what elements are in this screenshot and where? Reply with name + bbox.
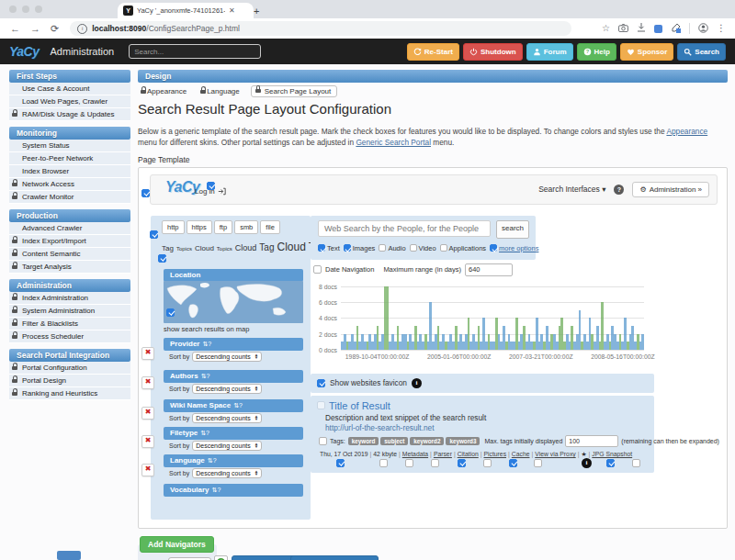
meta-item-citation[interactable]: Citation [458,451,479,457]
colorpicker-extension-icon[interactable] [671,23,681,35]
result-option-checkbox-6[interactable] [509,459,517,467]
meta-item-metadata[interactable]: Metadata [402,451,428,457]
extension-icon[interactable] [654,25,662,33]
browser-menu-icon[interactable]: ⋮ [717,24,726,33]
tag-cloud-word[interactable]: Cloud [195,244,214,252]
search-submit-button[interactable]: search [496,220,529,239]
date-navigation-checkbox[interactable] [313,265,322,274]
result-option-checkbox-1[interactable] [379,459,388,467]
media-checkbox-applications[interactable] [440,244,447,252]
sidebar-item-advanced-crawler[interactable]: Advanced Crawler [9,222,130,235]
location-header[interactable]: Location [164,269,303,282]
camera-icon[interactable] [618,24,628,34]
result-option-checkbox-7[interactable] [534,459,542,467]
browser-tab[interactable]: Y YaCy '_anonxmfe-74101261-14 ✕ [118,3,254,18]
sidebar-item-portal-configuration[interactable]: Portal Configuration [9,362,130,375]
remove-provider-button[interactable]: ✖ [141,347,154,360]
protocols-checkbox[interactable] [150,230,158,239]
back-icon[interactable]: ← [10,23,20,34]
navigator-header-language[interactable]: Language⇅? [164,454,303,467]
search-button[interactable]: Search [677,43,726,61]
sidebar-item-filter-blacklists[interactable]: Filter & Blacklists [9,318,130,330]
meta-item-pictures[interactable]: Pictures [483,451,506,457]
sidebar-item-ram-disk-usage-updates[interactable]: RAM/Disk Usage & Updates [9,108,130,121]
more-options-checkbox[interactable] [490,244,497,252]
navigator-header-authors[interactable]: Authors⇅? [164,370,303,383]
favicon-checkbox[interactable] [317,379,325,387]
administration-menu-button[interactable]: ⚙Administration » [632,182,709,197]
media-checkbox-audio[interactable] [379,244,386,252]
add-navigators-button[interactable]: Add Navigators [140,536,214,553]
tab-appearance[interactable]: Appearance [138,87,187,95]
protocol-button-ftp[interactable]: ftp [214,220,232,234]
result-option-checkbox-3[interactable] [431,459,439,467]
sidebar-item-network-access[interactable]: Network Access [9,178,130,191]
sidebar-item-process-scheduler[interactable]: Process Scheduler [9,330,130,343]
result-option-checkbox-9[interactable] [632,459,640,467]
set-default-values-button[interactable]: Set Default Values [290,555,379,560]
window-close-icon[interactable] [9,6,17,13]
sidebar-item-index-export-import[interactable]: Index Export/Import [9,235,130,248]
window-minimize-icon[interactable] [22,6,29,13]
sidebar-item-peer-to-peer-network[interactable]: Peer-to-Peer Network [9,152,130,165]
window-zoom-icon[interactable] [35,6,42,13]
sidebar-item-load-web-pages-crawler[interactable]: Load Web Pages, Crawler [9,95,130,108]
tag-cloud-word[interactable]: Tag [162,244,174,252]
sidebar-item-target-analysis[interactable]: Target Analysis [9,261,130,274]
remove-authors-button[interactable]: ✖ [141,376,154,389]
remove-filetype-button[interactable]: ✖ [141,435,154,448]
result-option-checkbox-0[interactable] [336,459,345,467]
tag-cloud-word[interactable]: Topics [176,246,192,252]
add-navigator-plus-button[interactable]: + [214,555,228,560]
result-option-checkbox-4[interactable] [458,459,466,467]
appearance-link[interactable]: Appearance [666,127,707,136]
remove-wiki-name-space-button[interactable]: ✖ [141,407,154,420]
sort-select-wiki-name-space[interactable]: Descending counts▲▼ [192,413,262,423]
tag-cloud-word[interactable]: Tag [259,242,274,252]
help-button[interactable]: ?Help [577,43,616,61]
media-checkbox-text[interactable] [318,244,325,252]
tab-close-icon[interactable]: ✕ [229,6,235,15]
media-checkbox-images[interactable] [344,244,351,252]
protocol-button-smb[interactable]: smb [234,220,258,234]
info-icon[interactable]: i [582,458,592,468]
navigator-header-filetype[interactable]: Filetype⇅? [164,427,303,440]
remove-language-button[interactable]: ✖ [141,464,154,476]
sponsor-button[interactable]: Sponsor [620,43,673,61]
sidebar-item-content-semantic[interactable]: Content Semantic [9,248,130,261]
shutdown-button[interactable]: Shutdown [463,43,523,61]
navigator-header-provider[interactable]: Provider⇅? [164,338,303,351]
navigator-header-wiki-name-space[interactable]: Wiki Name Space⇅? [164,399,303,412]
template-header-checkbox[interactable] [141,189,150,197]
sort-select-language[interactable]: Descending counts▲▼ [192,468,262,478]
sidebar-item-use-case-account[interactable]: Use Case & Account [9,83,130,95]
meta-item-view-via-proxy[interactable]: View via Proxy [535,451,575,457]
sort-select-provider[interactable]: Descending counts▲▼ [192,352,262,362]
re-start-button[interactable]: Re-Start [407,43,459,61]
tag-cloud-word[interactable]: Cloud [277,241,305,253]
tag-cloud-word[interactable]: Topics [217,246,232,252]
media-checkbox-video[interactable] [410,244,417,252]
sidebar-item-system-status[interactable]: System Status [9,140,130,152]
result-option-checkbox-8[interactable] [606,459,615,467]
tag-cloud-checkbox[interactable] [158,254,166,263]
sidebar-item-ranking-and-heuristics[interactable]: Ranking and Heuristics [9,387,130,400]
navbar-search-input[interactable] [129,44,261,59]
yacy-logo[interactable]: YaCy [9,44,40,59]
tab-language[interactable]: Language [198,87,240,95]
sidebar-item-index-browser[interactable]: Index Browser [9,165,130,178]
sort-select-filetype[interactable]: Descending counts▲▼ [192,441,262,451]
more-options-link[interactable]: more options [499,244,538,252]
address-bar[interactable]: i localhost:8090/ConfigSearchPage_p.html [70,21,571,36]
download-icon[interactable] [637,23,646,34]
result-title-checkbox[interactable] [317,401,325,409]
sidebar-item-index-administration[interactable]: Index Administration [9,292,130,305]
forum-button[interactable]: Forum [526,43,573,61]
tab-search-page-layout[interactable]: Search Page Layout [251,85,338,97]
new-tab-button[interactable]: + [254,6,259,17]
forward-icon[interactable]: → [30,23,40,34]
tag-cloud-word[interactable]: Cloud [235,243,257,252]
protocol-button-http[interactable]: http [162,220,185,234]
sidebar-item-portal-design[interactable]: Portal Design [9,375,130,387]
sidebar-item-system-administration[interactable]: System Administration [9,305,130,318]
